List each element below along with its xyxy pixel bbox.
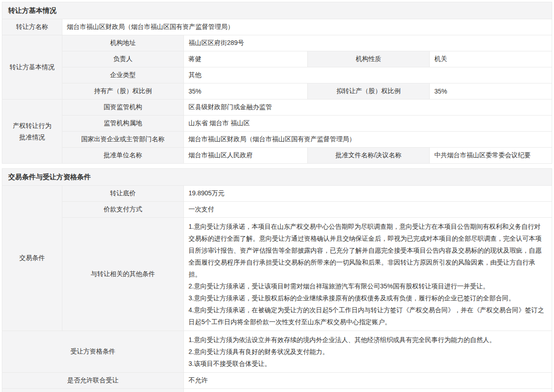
conditions-table: 交易条件 转让底价 19.8905万元 价款支付方式 一次支付 与转让相关的其他… [2, 185, 552, 392]
field-value-org-address: 福山区区府街289号 [184, 35, 552, 51]
field-value-org-nature: 机关 [430, 51, 552, 67]
section-header: 交易条件与受让方资格条件 [2, 168, 552, 185]
field-label-held-ratio: 持有产（股）权比例 [62, 83, 184, 99]
field-value-other-conditions: 1.意向受让方须承诺，本项目在山东产权交易中心公告期即为尽职调查期，意向受让方在… [184, 218, 552, 331]
field-label-person-in-charge: 负责人 [62, 51, 184, 67]
transferor-table: 转让方名称 烟台市福山区财政局（烟台市福山区国有资产监督管理局） 转让方基本情况… [2, 19, 552, 164]
field-value-approval-doc: 中共烟台市福山区委常委会议纪要 [430, 148, 552, 164]
field-label-payment-method: 价款支付方式 [62, 202, 184, 218]
field-value-approver-unit: 烟台市福山区人民政府 [184, 148, 308, 164]
field-label-approver-unit: 批准单位名称 [62, 148, 184, 164]
field-value-transferor-name: 烟台市福山区财政局（烟台市福山区国有资产监督管理局） [62, 19, 552, 35]
table-row: 国家出资企业或主管部门名称 烟台市福山区财政局（烟台市福山区国有资产监督管理局） [2, 132, 552, 148]
table-row: 价款支付方式 一次支付 [2, 202, 552, 218]
section-header: 转让方基本情况 [2, 2, 552, 19]
table-row: 持有产（股）权比例 35% 拟转让产（股）权比例 35% [2, 83, 552, 99]
table-row-partial [2, 389, 552, 392]
section-trade-conditions: 交易条件与受让方资格条件 交易条件 转让底价 19.8905万元 价款支付方式 … [2, 168, 552, 392]
field-value-payment-method: 一次支付 [184, 202, 552, 218]
table-row: 负责人 蒋健 机构性质 机关 [2, 51, 552, 67]
field-value-held-ratio: 35% [184, 83, 308, 99]
table-row: 转让方名称 烟台市福山区财政局（烟台市福山区国有资产监督管理局） [2, 19, 552, 35]
section-transferor-info: 转让方基本情况 转让方名称 烟台市福山区财政局（烟台市福山区国有资产监督管理局）… [2, 2, 552, 164]
field-label-other-conditions: 与转让相关的其他条件 [62, 218, 184, 331]
table-row: 企业类型 其他 [2, 67, 552, 83]
field-label-floor-price: 转让底价 [62, 186, 184, 202]
table-row: 与转让相关的其他条件 1.意向受让方须承诺，本项目在山东产权交易中心公告期即为尽… [2, 218, 552, 331]
table-row: 交易条件 转让底价 19.8905万元 [2, 186, 552, 202]
field-label-transferor-name: 转让方名称 [2, 19, 62, 35]
field-label-parent-enterprise: 国家出资企业或主管部门名称 [62, 132, 184, 148]
field-label-transferee-qualification: 受让方资格条件 [2, 331, 184, 373]
group-label-trade-conditions: 交易条件 [2, 186, 62, 331]
group-label-approval-info: 产权转让行为 批准情况 [2, 99, 62, 164]
field-label-approval-doc: 批准文件名称/决议名称 [308, 148, 430, 164]
field-label-org-nature: 机构性质 [308, 51, 430, 67]
table-row: 产权转让行为 批准情况 国资监管机构 区县级财政部门或金融办监管 [2, 99, 552, 116]
group-label-line1: 产权转让行为 [4, 120, 60, 132]
field-value-parent-enterprise: 烟台市福山区财政局（烟台市福山区国有资产监督管理局） [184, 132, 552, 148]
field-value-planned-ratio: 35% [430, 83, 552, 99]
table-row: 是否允许联合受让 不允许 [2, 373, 552, 389]
field-value-joint-transfer: 不允许 [184, 373, 552, 389]
field-label-joint-transfer: 是否允许联合受让 [2, 373, 184, 389]
field-label-planned-ratio: 拟转让产（股）权比例 [308, 83, 430, 99]
group-label-line2: 批准情况 [4, 132, 60, 143]
field-value-person-in-charge: 蒋健 [184, 51, 308, 67]
field-label-regulator: 国资监管机构 [62, 99, 184, 116]
field-value-regulator: 区县级财政部门或金融办监管 [184, 99, 552, 116]
table-row: 批准单位名称 烟台市福山区人民政府 批准文件名称/决议名称 中共烟台市福山区委常… [2, 148, 552, 164]
group-label-basic-info: 转让方基本情况 [2, 35, 62, 99]
field-value-enterprise-type: 其他 [184, 67, 552, 83]
field-label-partial [2, 389, 184, 392]
field-value-transferee-qualification: 1.意向受让方须为依法设立并有效存续的境内外企业法人、其他经济组织或具有完全民事… [184, 331, 552, 373]
table-row: 转让方基本情况 机构地址 福山区区府街289号 [2, 35, 552, 51]
field-label-regulator-region: 监管机构属地 [62, 116, 184, 132]
field-value-partial [184, 389, 552, 392]
field-label-org-address: 机构地址 [62, 35, 184, 51]
field-value-floor-price: 19.8905万元 [184, 186, 552, 202]
field-value-regulator-region: 山东省 烟台市 福山区 [184, 116, 552, 132]
field-label-enterprise-type: 企业类型 [62, 67, 184, 83]
table-row: 监管机构属地 山东省 烟台市 福山区 [2, 116, 552, 132]
table-row: 受让方资格条件 1.意向受让方须为依法设立并有效存续的境内外企业法人、其他经济组… [2, 331, 552, 373]
